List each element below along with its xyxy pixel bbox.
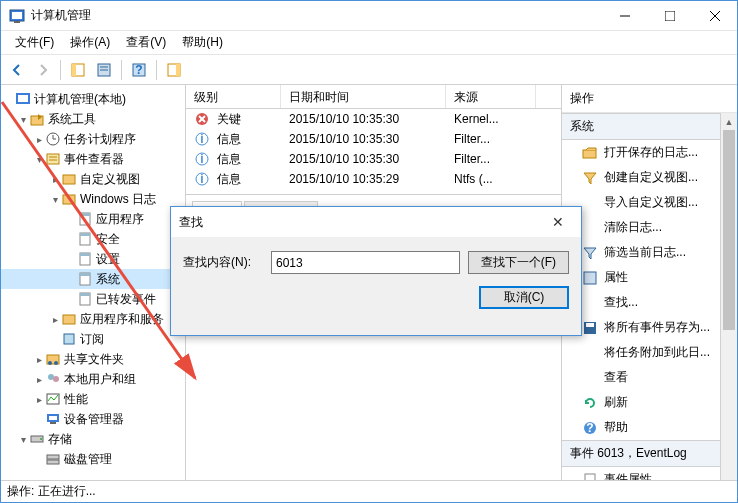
maximize-button[interactable]: [647, 1, 692, 30]
actions-scrollbar[interactable]: ▲▼: [720, 113, 737, 480]
svg-text:i: i: [200, 132, 203, 146]
action-refresh[interactable]: 刷新: [562, 390, 737, 415]
svg-rect-1: [12, 12, 22, 19]
tree-event-viewer[interactable]: ▾事件查看器: [1, 149, 185, 169]
svg-rect-64: [586, 323, 594, 327]
svg-rect-32: [80, 253, 90, 256]
menu-action[interactable]: 操作(A): [62, 31, 118, 54]
action-import-custom-view[interactable]: 导入自定义视图...: [562, 190, 737, 215]
find-next-button[interactable]: 查找下一个(F): [468, 251, 569, 274]
svg-point-49: [40, 438, 42, 440]
action-filter-current[interactable]: 筛选当前日志...: [562, 240, 737, 265]
list-row[interactable]: i信息 2015/10/10 10:35:29 Ntfs (...: [186, 169, 561, 189]
svg-rect-4: [665, 11, 675, 21]
folder-open-icon: [582, 145, 598, 161]
action-help[interactable]: ?帮助▸: [562, 415, 737, 440]
action-attach-task[interactable]: 将任务附加到此日...: [562, 340, 737, 365]
tree-forwarded-events[interactable]: 已转发事件: [1, 289, 185, 309]
svg-text:i: i: [200, 172, 203, 186]
list-row[interactable]: i信息 2015/10/10 10:35:30 Filter...: [186, 129, 561, 149]
status-value: 正在进行...: [38, 483, 96, 500]
minimize-button[interactable]: [602, 1, 647, 30]
svg-rect-26: [63, 195, 75, 204]
dialog-close-button[interactable]: ✕: [543, 214, 573, 230]
tree-storage[interactable]: ▾存储: [1, 429, 185, 449]
svg-text:i: i: [200, 152, 203, 166]
tree-application-log[interactable]: 应用程序: [1, 209, 185, 229]
import-icon: [582, 195, 598, 211]
action-clear-log[interactable]: 清除日志...: [562, 215, 737, 240]
col-source[interactable]: 来源: [446, 85, 536, 108]
tree-root[interactable]: 计算机管理(本地): [1, 89, 185, 109]
svg-rect-51: [47, 460, 59, 464]
action-event-properties[interactable]: 事件属性: [562, 467, 737, 480]
svg-point-40: [48, 361, 52, 365]
tree-app-services-logs[interactable]: ▸应用程序和服务: [1, 309, 185, 329]
find-label: 查找内容(N):: [183, 254, 263, 271]
list-header: 级别 日期和时间 来源: [186, 85, 561, 109]
col-level[interactable]: 级别: [186, 85, 281, 108]
action-find[interactable]: 查找...: [562, 290, 737, 315]
action-create-custom-view[interactable]: 创建自定义视图...: [562, 165, 737, 190]
list-row[interactable]: i信息 2015/10/10 10:35:30 Filter...: [186, 149, 561, 169]
save-icon: [582, 320, 598, 336]
action-open-saved-log[interactable]: 打开保存的日志...: [562, 140, 737, 165]
svg-rect-34: [80, 273, 90, 276]
action-save-all[interactable]: 将所有事件另存为...: [562, 315, 737, 340]
forward-button[interactable]: [31, 58, 55, 82]
tree-subscriptions[interactable]: 订阅: [1, 329, 185, 349]
help-button[interactable]: ?: [127, 58, 151, 82]
tree-custom-views[interactable]: ▸自定义视图: [1, 169, 185, 189]
tree-setup-log[interactable]: 设置: [1, 249, 185, 269]
svg-rect-8: [72, 64, 76, 76]
close-button[interactable]: [692, 1, 737, 30]
action-properties[interactable]: 属性: [562, 265, 737, 290]
tree-disk-management[interactable]: 磁盘管理: [1, 449, 185, 469]
tree-device-manager[interactable]: 设备管理器: [1, 409, 185, 429]
critical-icon: [194, 111, 210, 127]
show-hide-tree-button[interactable]: [66, 58, 90, 82]
menu-file[interactable]: 文件(F): [7, 31, 62, 54]
tree-system-log[interactable]: 系统: [1, 269, 185, 289]
actions-panel: 操作 系统▴ 打开保存的日志... 创建自定义视图... 导入自定义视图... …: [562, 85, 737, 480]
properties-button[interactable]: [92, 58, 116, 82]
svg-rect-2: [14, 21, 20, 23]
info-icon: i: [194, 131, 210, 147]
window-title: 计算机管理: [31, 7, 602, 24]
tree-windows-logs[interactable]: ▾Windows 日志: [1, 189, 185, 209]
tree-task-scheduler[interactable]: ▸任务计划程序: [1, 129, 185, 149]
svg-rect-25: [63, 175, 75, 184]
find-dialog: 查找 ✕ 查找内容(N): 查找下一个(F) 取消(C): [170, 206, 582, 336]
tree-security-log[interactable]: 安全: [1, 229, 185, 249]
list-row[interactable]: 关键 2015/10/10 10:35:30 Kernel...: [186, 109, 561, 129]
menu-view[interactable]: 查看(V): [118, 31, 174, 54]
svg-rect-15: [176, 64, 180, 76]
filter-icon: [582, 170, 598, 186]
back-button[interactable]: [5, 58, 29, 82]
action-view[interactable]: 查看▸: [562, 365, 737, 390]
tree-local-users[interactable]: ▸本地用户和组: [1, 369, 185, 389]
actions-header: 操作: [562, 85, 737, 113]
find-icon: [582, 295, 598, 311]
svg-rect-61: [583, 150, 596, 158]
col-datetime[interactable]: 日期和时间: [281, 85, 446, 108]
toolbar: ?: [1, 55, 737, 85]
svg-text:?: ?: [586, 421, 593, 435]
tree-panel: 计算机管理(本地) ▾系统工具 ▸任务计划程序 ▾事件查看器 ▸自定义视图 ▾W…: [1, 85, 186, 480]
svg-rect-67: [585, 474, 595, 481]
action-pane-button[interactable]: [162, 58, 186, 82]
tree-shared-folders[interactable]: ▸共享文件夹: [1, 349, 185, 369]
info-icon: i: [194, 171, 210, 187]
status-label: 操作:: [7, 483, 34, 500]
cancel-button[interactable]: 取消(C): [479, 286, 569, 309]
actions-group-event: 事件 6013，EventLog▴: [562, 440, 737, 467]
tree-performance[interactable]: ▸性能: [1, 389, 185, 409]
menubar: 文件(F) 操作(A) 查看(V) 帮助(H): [1, 31, 737, 55]
tree-system-tools[interactable]: ▾系统工具: [1, 109, 185, 129]
clear-icon: [582, 220, 598, 236]
app-icon: [9, 8, 25, 24]
svg-point-43: [53, 376, 59, 382]
statusbar: 操作: 正在进行...: [1, 480, 737, 502]
menu-help[interactable]: 帮助(H): [174, 31, 231, 54]
find-input[interactable]: [271, 251, 460, 274]
